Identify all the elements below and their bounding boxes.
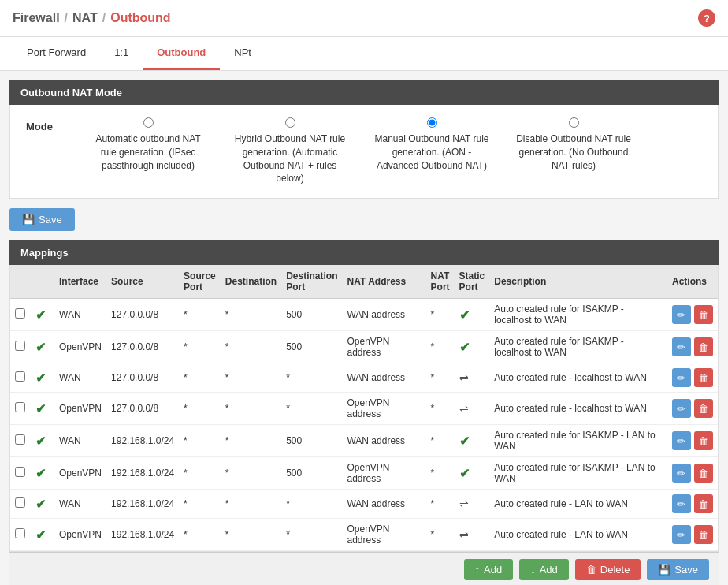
edit-button[interactable]: ✏ <box>672 494 691 513</box>
mode-disable[interactable]: Disable Outbound NAT rule generation. (N… <box>514 117 633 185</box>
row-checkbox[interactable] <box>15 371 25 382</box>
row-source-port: * <box>179 519 221 551</box>
row-checkbox[interactable] <box>15 341 25 351</box>
breadcrumb-firewall[interactable]: Firewall <box>13 11 60 25</box>
row-nat-address: OpenVPN address <box>342 519 425 551</box>
static-port-check-icon: ✔ <box>459 434 470 448</box>
tabs-bar: Port Forward 1:1 Outbound NPt <box>0 37 728 71</box>
mode-manual[interactable]: Manual Outbound NAT rule generation. (AO… <box>373 117 491 185</box>
row-static-port: ✔ <box>455 331 490 363</box>
delete-button[interactable]: 🗑 <box>694 368 713 387</box>
row-actions: ✏🗑 <box>667 299 718 331</box>
page-header: Firewall / NAT / Outbound ? <box>0 0 728 37</box>
row-enabled-cell: ✔ <box>31 519 54 551</box>
mode-automatic-label: Automatic outbound NAT rule generation. … <box>89 132 207 172</box>
row-interface: OpenVPN <box>54 331 106 363</box>
arrow-up-icon: ↑ <box>475 564 481 576</box>
breadcrumb-nat[interactable]: NAT <box>72 11 98 25</box>
radio-hybrid[interactable] <box>285 117 295 128</box>
radio-manual[interactable] <box>427 117 437 128</box>
delete-button[interactable]: 🗑 <box>694 525 713 544</box>
row-destination: * <box>221 425 281 457</box>
row-source: 192.168.1.0/24 <box>106 519 179 551</box>
radio-disable[interactable] <box>569 117 579 128</box>
row-checkbox-cell <box>10 519 31 551</box>
row-nat-port: * <box>426 331 455 363</box>
table-row: ✔WAN192.168.1.0/24***WAN address*⇌Auto c… <box>10 490 718 519</box>
tab-port-forward[interactable]: Port Forward <box>13 37 100 70</box>
row-checkbox[interactable] <box>15 528 25 538</box>
row-checkbox-cell <box>10 425 31 457</box>
delete-button[interactable]: 🗑 <box>694 464 713 483</box>
radio-automatic[interactable] <box>143 117 154 128</box>
add-up-button[interactable]: ↑ Add <box>464 559 514 580</box>
shuffle-icon: ⇌ <box>459 402 469 415</box>
static-port-check-icon: ✔ <box>459 308 470 322</box>
row-interface: WAN <box>54 425 106 457</box>
action-icons: ✏🗑 <box>672 431 713 450</box>
delete-all-button[interactable]: 🗑 Delete <box>575 559 641 580</box>
breadcrumb: Firewall / NAT / Outbound <box>13 11 171 25</box>
edit-button[interactable]: ✏ <box>672 337 691 356</box>
edit-button[interactable]: ✏ <box>672 368 691 387</box>
row-source: 127.0.0.0/8 <box>106 299 179 331</box>
row-source-port: * <box>179 363 221 393</box>
row-checkbox[interactable] <box>15 402 25 412</box>
mode-hybrid[interactable]: Hybrid Outbound NAT rule generation. (Au… <box>231 117 349 185</box>
row-destination-port: * <box>281 363 342 393</box>
mode-panel: Mode Automatic outbound NAT rule generat… <box>9 105 719 199</box>
row-nat-address: WAN address <box>342 425 425 457</box>
row-nat-port: * <box>426 519 455 551</box>
row-actions: ✏🗑 <box>667 363 718 393</box>
add-down-button[interactable]: ↓ Add <box>519 559 569 580</box>
trash-icon-toolbar: 🗑 <box>586 564 596 576</box>
edit-button[interactable]: ✏ <box>672 525 691 544</box>
row-checkbox[interactable] <box>15 308 25 319</box>
row-actions: ✏🗑 <box>667 490 718 519</box>
row-checkbox[interactable] <box>15 434 25 445</box>
mode-automatic[interactable]: Automatic outbound NAT rule generation. … <box>89 117 207 185</box>
row-source: 192.168.1.0/24 <box>106 490 179 519</box>
row-checkbox[interactable] <box>15 467 25 477</box>
edit-button[interactable]: ✏ <box>672 305 691 324</box>
col-header-check <box>10 265 31 299</box>
mode-save-button[interactable]: 💾 Save <box>9 208 75 231</box>
col-header-description: Description <box>489 265 667 299</box>
delete-button[interactable]: 🗑 <box>694 494 713 513</box>
tab-outbound[interactable]: Outbound <box>143 37 220 70</box>
mode-options: Automatic outbound NAT rule generation. … <box>89 117 702 185</box>
row-source-port: * <box>179 299 221 331</box>
row-enabled-cell: ✔ <box>31 331 54 363</box>
row-enabled-cell: ✔ <box>31 393 54 425</box>
row-nat-port: * <box>426 425 455 457</box>
edit-button[interactable]: ✏ <box>672 464 691 483</box>
table-row: ✔OpenVPN127.0.0.0/8**500OpenVPN address*… <box>10 331 718 363</box>
col-header-source-port: SourcePort <box>179 265 221 299</box>
row-destination: * <box>221 490 281 519</box>
row-source: 127.0.0.0/8 <box>106 331 179 363</box>
row-checkbox[interactable] <box>15 497 25 508</box>
delete-button[interactable]: 🗑 <box>694 305 713 324</box>
col-header-destination: Destination <box>221 265 281 299</box>
help-icon[interactable]: ? <box>698 9 715 27</box>
delete-button[interactable]: 🗑 <box>694 337 713 356</box>
enabled-check-icon: ✔ <box>35 371 46 385</box>
bottom-save-button[interactable]: 💾 Save <box>647 559 709 580</box>
mappings-section-header: Mappings <box>9 240 719 265</box>
row-source-port: * <box>179 457 221 490</box>
table-row: ✔OpenVPN192.168.1.0/24**500OpenVPN addre… <box>10 457 718 490</box>
row-static-port: ✔ <box>455 299 490 331</box>
row-static-port: ✔ <box>455 457 490 490</box>
row-destination-port: * <box>281 519 342 551</box>
shuffle-icon: ⇌ <box>459 528 469 541</box>
tab-1-1[interactable]: 1:1 <box>100 37 143 70</box>
delete-button[interactable]: 🗑 <box>694 431 713 450</box>
tab-npt[interactable]: NPt <box>220 37 266 70</box>
sep-2: / <box>102 11 106 25</box>
edit-button[interactable]: ✏ <box>672 399 691 418</box>
edit-button[interactable]: ✏ <box>672 431 691 450</box>
row-checkbox-cell <box>10 393 31 425</box>
delete-button[interactable]: 🗑 <box>694 399 713 418</box>
enabled-check-icon: ✔ <box>35 497 46 511</box>
row-static-port: ⇌ <box>455 393 490 425</box>
